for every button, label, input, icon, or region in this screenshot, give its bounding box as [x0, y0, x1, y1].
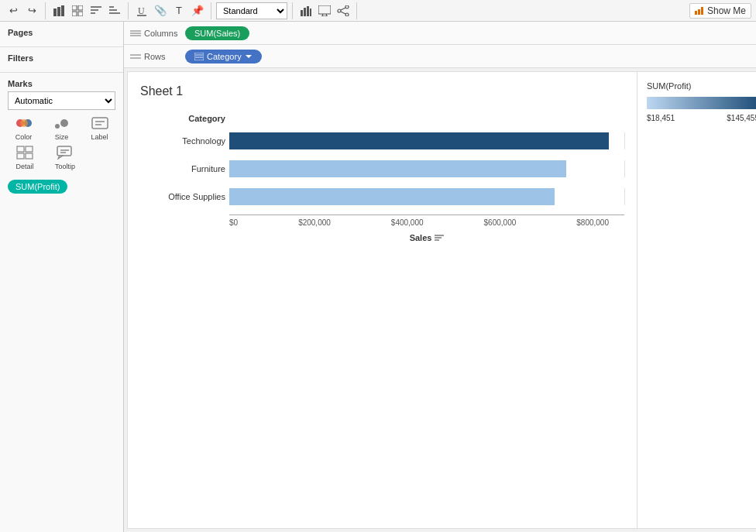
legend-range: $18,451 $145,455	[647, 114, 756, 122]
label-label: Label	[91, 133, 108, 141]
sort-desc-button[interactable]	[88, 2, 105, 19]
tooltip-button[interactable]: Tooltip	[48, 144, 82, 170]
left-panel: Pages Filters Marks Automatic Bar Line A…	[0, 22, 124, 532]
category-header: Category	[140, 114, 225, 123]
legend-panel: SUM(Profit) $18,451 $145,455	[637, 72, 756, 528]
pin-button[interactable]: 📌	[189, 2, 206, 19]
tooltip-icon	[54, 144, 76, 161]
bar-row-technology: Technology	[229, 131, 624, 151]
underline-button[interactable]: U	[133, 2, 150, 19]
x-label-0: $0	[229, 218, 238, 227]
size-button[interactable]: Size	[46, 115, 77, 141]
marks-section: Marks Automatic Bar Line Area	[0, 73, 123, 532]
svg-rect-19	[318, 5, 331, 14]
office-label: Office Supplies	[140, 192, 225, 201]
show-me-button[interactable]: Show Me	[689, 3, 751, 19]
share-button[interactable]	[335, 2, 352, 19]
sales-axis-area: Sales	[229, 233, 624, 242]
bar-chart: Category Technology	[140, 111, 624, 242]
marks-type-select[interactable]: Automatic Bar Line Area	[8, 91, 115, 110]
svg-rect-52	[194, 53, 204, 60]
x-label-1: $200,000	[298, 218, 331, 227]
columns-label: Columns	[130, 29, 180, 38]
size-icon	[51, 115, 73, 132]
sum-profit-pill[interactable]: SUM(Profit)	[8, 180, 67, 194]
label-icon	[89, 115, 111, 132]
svg-rect-16	[304, 8, 306, 16]
svg-rect-39	[17, 146, 24, 152]
furniture-label: Furniture	[140, 164, 225, 173]
grid-button[interactable]	[69, 2, 86, 19]
bar-chart-button[interactable]	[50, 2, 67, 19]
x-axis-labels: $0 $200,000 $400,000 $600,000 $800,000	[229, 218, 609, 227]
svg-rect-43	[57, 146, 71, 156]
svg-point-33	[20, 119, 28, 127]
show-me-label: Show Me	[707, 5, 746, 16]
canvas-and-legend: Sheet 1 Category Technology	[127, 71, 756, 529]
svg-rect-41	[17, 153, 24, 159]
presentation-group	[297, 2, 357, 19]
svg-marker-55	[246, 55, 252, 58]
svg-rect-4	[78, 5, 83, 10]
technology-bar[interactable]	[229, 132, 609, 149]
rows-shelf: Rows Category	[124, 45, 756, 68]
svg-point-35	[60, 119, 68, 127]
detail-icon	[14, 144, 36, 161]
detail-button[interactable]: Detail	[8, 144, 42, 170]
color-button[interactable]: Color	[8, 115, 40, 141]
view-group: Standard Entire View Fixed Width Fixed H…	[216, 2, 293, 19]
undo-redo-group: ↩ ↪	[5, 2, 46, 19]
svg-rect-28	[695, 11, 697, 15]
marks-label: Marks	[8, 79, 115, 88]
svg-point-23	[345, 5, 349, 9]
sales-sort-icon[interactable]	[435, 234, 444, 242]
toolbar: ↩ ↪ U 📎 T 📌 Standard Entire View Fixed W…	[0, 0, 756, 22]
furniture-bar-area	[229, 160, 624, 177]
svg-text:U: U	[138, 5, 145, 16]
chart-icon-button[interactable]	[297, 2, 314, 19]
svg-rect-40	[26, 146, 33, 152]
svg-rect-17	[307, 6, 309, 16]
marks-row-1: Color Size	[8, 115, 115, 141]
tooltip-label: Tooltip	[55, 163, 75, 170]
svg-rect-36	[92, 118, 108, 129]
redo-button[interactable]: ↪	[23, 2, 40, 19]
svg-point-24	[345, 13, 349, 16]
rows-pill[interactable]: Category	[185, 50, 262, 63]
svg-rect-30	[701, 7, 703, 15]
undo-button[interactable]: ↩	[5, 2, 22, 19]
rows-label: Rows	[130, 52, 180, 61]
marks-icons-group: Color Size	[8, 115, 115, 170]
monitor-button[interactable]	[316, 2, 333, 19]
text-button[interactable]: T	[170, 2, 187, 19]
svg-rect-29	[698, 9, 700, 15]
svg-rect-3	[72, 5, 77, 10]
columns-pill[interactable]: SUM(Sales)	[185, 26, 249, 40]
columns-shelf: Columns SUM(Sales)	[124, 22, 756, 45]
sum-profit-container: SUM(Profit)	[8, 177, 115, 194]
filters-section: Filters	[0, 47, 123, 73]
filters-label: Filters	[8, 53, 115, 63]
sales-axis-label: Sales	[410, 233, 432, 242]
svg-rect-2	[61, 5, 64, 16]
main-layout: Pages Filters Marks Automatic Bar Line A…	[0, 22, 756, 532]
color-icon	[13, 115, 35, 132]
x-axis-line	[229, 215, 624, 215]
label-button[interactable]: Label	[84, 115, 115, 141]
x-label-2: $400,000	[391, 218, 424, 227]
svg-rect-18	[310, 9, 311, 16]
pages-label: Pages	[8, 28, 115, 37]
color-label: Color	[15, 133, 33, 141]
view-select[interactable]: Standard Entire View Fixed Width Fixed H…	[216, 2, 287, 19]
office-bar[interactable]	[229, 188, 555, 205]
marks-row-2: Detail Tooltip	[8, 144, 115, 170]
legend-min: $18,451	[647, 114, 675, 122]
detail-label: Detail	[15, 163, 33, 170]
paperclip-button[interactable]: 📎	[152, 2, 169, 19]
chart-container: Sheet 1 Category Technology	[128, 72, 637, 528]
svg-point-25	[338, 9, 341, 12]
svg-line-27	[341, 12, 345, 14]
sort-asc-button[interactable]	[106, 2, 123, 19]
x-label-4: $800,000	[576, 218, 609, 227]
furniture-bar[interactable]	[229, 160, 566, 177]
